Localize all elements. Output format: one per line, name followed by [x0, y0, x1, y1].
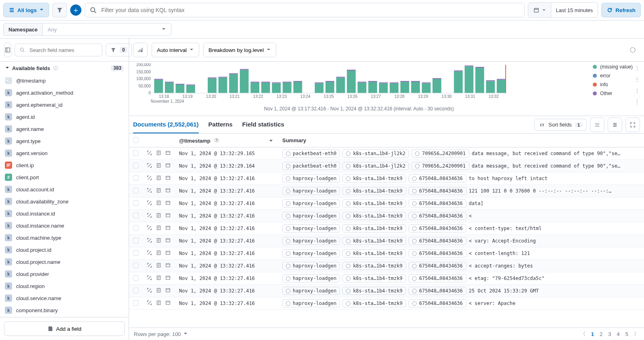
- columns-button[interactable]: [608, 118, 622, 132]
- chip-id[interactable]: 675048…08434636: [408, 212, 466, 220]
- chip-pod[interactable]: k8s-sta…1b4-tmzk9: [342, 212, 406, 220]
- chip-source[interactable]: haproxy-loadgen: [282, 262, 340, 270]
- chip-id[interactable]: 675048…08434636: [408, 199, 466, 207]
- view-doc-icon[interactable]: [156, 150, 161, 157]
- chip-pod[interactable]: k8s-sta…1b4-tmzk9: [342, 224, 406, 232]
- expand-icon[interactable]: [147, 250, 152, 257]
- field-item[interactable]: kcloud.instance.id: [0, 207, 129, 220]
- table-row[interactable]: Nov 1, 2024 @ 13:32:29.165 packetbeat-et…: [129, 147, 644, 160]
- doc-icon[interactable]: [165, 163, 171, 169]
- breakdown-select[interactable]: Breakdown by log.level: [203, 43, 276, 57]
- col-timestamp[interactable]: @timestamp: [179, 138, 210, 144]
- table-row[interactable]: Nov 1, 2024 @ 13:32:27.416 haproxy-loadg…: [129, 285, 644, 297]
- expand-icon[interactable]: [147, 263, 152, 269]
- table-row[interactable]: Nov 1, 2024 @ 13:32:27.416 haproxy-loadg…: [129, 197, 644, 210]
- field-item[interactable]: IPclient.ip: [0, 159, 129, 171]
- chip-id[interactable]: 675048…08434636: [408, 224, 466, 232]
- table-row[interactable]: Nov 1, 2024 @ 13:32:27.416 haproxy-loadg…: [129, 272, 644, 285]
- chip-source[interactable]: haproxy-loadgen: [282, 287, 340, 295]
- time-range-label[interactable]: Last 15 minutes: [551, 3, 598, 17]
- lens-suggestion-button[interactable]: [625, 43, 640, 57]
- row-checkbox[interactable]: [133, 250, 139, 256]
- legend-menu-icon[interactable]: ⋮: [634, 65, 640, 71]
- row-checkbox[interactable]: [133, 238, 139, 243]
- field-item[interactable]: kcloud.provider: [0, 268, 129, 280]
- chip-id[interactable]: 675048…08434636: [408, 299, 466, 307]
- doc-icon[interactable]: [165, 175, 171, 182]
- doc-icon[interactable]: [165, 238, 171, 244]
- view-doc-icon[interactable]: [156, 263, 161, 269]
- view-doc-icon[interactable]: [156, 188, 161, 194]
- chip-pod[interactable]: k8s-sta…1b4-tmzk9: [342, 187, 406, 195]
- chip-id[interactable]: 675048…08434636: [408, 249, 466, 257]
- legend-menu-icon[interactable]: ⋮: [634, 99, 640, 105]
- rows-per-page[interactable]: Rows per page: 100: [134, 331, 188, 337]
- expand-icon[interactable]: [147, 238, 152, 244]
- view-doc-icon[interactable]: [156, 238, 161, 244]
- view-doc-icon[interactable]: [156, 175, 161, 182]
- field-search[interactable]: [15, 44, 102, 56]
- field-item[interactable]: kagent.activation_method: [0, 87, 129, 99]
- row-checkbox[interactable]: [133, 225, 139, 231]
- chip-source[interactable]: haproxy-loadgen: [282, 174, 340, 182]
- view-doc-icon[interactable]: [156, 213, 161, 219]
- namespace-select[interactable]: Any: [42, 23, 171, 36]
- chip-id[interactable]: 709656…24200901: [411, 149, 469, 158]
- fullscreen-button[interactable]: [625, 118, 640, 132]
- doc-icon[interactable]: [165, 250, 171, 257]
- chip-id[interactable]: 675048…08434636: [408, 274, 466, 282]
- chip-pod[interactable]: k8s-stan…1b4-jl2k2: [342, 162, 409, 170]
- row-checkbox[interactable]: [133, 188, 139, 193]
- field-item[interactable]: #client.port: [0, 171, 129, 183]
- expand-icon[interactable]: [147, 213, 152, 219]
- expand-icon[interactable]: [147, 188, 152, 194]
- field-item[interactable]: kcloud.service.name: [0, 292, 129, 304]
- chip-source[interactable]: packetbeat-eth0: [282, 162, 340, 170]
- expand-icon[interactable]: [147, 200, 152, 207]
- chip-id[interactable]: 675048…08434636: [408, 174, 466, 182]
- sort-fields-button[interactable]: Sort fields 1: [534, 119, 587, 131]
- expand-icon[interactable]: [147, 275, 152, 282]
- expand-icon[interactable]: [147, 163, 152, 169]
- pager-page[interactable]: 5: [625, 331, 628, 337]
- col-summary[interactable]: Summary: [278, 134, 644, 147]
- toggle-histogram-button[interactable]: [133, 43, 148, 57]
- row-checkbox[interactable]: [133, 213, 139, 218]
- tab-field-statistics[interactable]: Field statistics: [242, 116, 284, 133]
- chip-source[interactable]: haproxy-loadgen: [282, 187, 340, 195]
- chip-pod[interactable]: k8s-sta…1b4-tmzk9: [342, 249, 406, 257]
- doc-icon[interactable]: [165, 300, 171, 307]
- chip-source[interactable]: haproxy-loadgen: [282, 224, 340, 232]
- legend-item[interactable]: error: [593, 73, 633, 79]
- chip-source[interactable]: haproxy-loadgen: [282, 212, 340, 220]
- chip-id[interactable]: 675048…08434636: [408, 287, 466, 295]
- row-checkbox[interactable]: [133, 175, 139, 181]
- view-doc-icon[interactable]: [156, 275, 161, 282]
- chip-pod[interactable]: k8s-sta…1b4-tmzk9: [342, 262, 406, 270]
- field-type-filter[interactable]: 0: [106, 44, 132, 56]
- chip-source[interactable]: haproxy-loadgen: [282, 274, 340, 282]
- arrow-down-icon[interactable]: [268, 137, 274, 143]
- select-all-checkbox[interactable]: [133, 137, 139, 143]
- row-checkbox[interactable]: [133, 200, 139, 206]
- interval-select[interactable]: Auto interval: [152, 43, 199, 57]
- add-filter-button[interactable]: ＋: [70, 4, 81, 16]
- pager-page[interactable]: 3: [608, 331, 611, 337]
- row-checkbox[interactable]: [133, 150, 139, 156]
- legend-item[interactable]: (missing value): [593, 64, 633, 70]
- chip-id[interactable]: 675048…08434636: [408, 262, 466, 270]
- time-picker-calendar[interactable]: [528, 3, 551, 17]
- view-doc-icon[interactable]: [156, 225, 161, 232]
- field-item[interactable]: kagent.type: [0, 135, 129, 147]
- field-item[interactable]: kcloud.project.name: [0, 256, 129, 268]
- pager-page[interactable]: 1: [591, 331, 594, 337]
- density-button[interactable]: [590, 118, 604, 132]
- view-doc-icon[interactable]: [156, 250, 161, 257]
- chip-id[interactable]: 675048…08434636: [408, 237, 466, 245]
- pager-prev[interactable]: 〈: [580, 330, 586, 338]
- chip-pod[interactable]: k8s-stan…1b4-jl2k2: [342, 149, 409, 158]
- table-row[interactable]: Nov 1, 2024 @ 13:32:29.164 packetbeat-et…: [129, 160, 644, 172]
- tab-patterns[interactable]: Patterns: [208, 116, 233, 133]
- histogram-chart[interactable]: 050,000100,000150,000200,00013:1813:1913…: [133, 62, 585, 112]
- expand-icon[interactable]: [147, 150, 152, 157]
